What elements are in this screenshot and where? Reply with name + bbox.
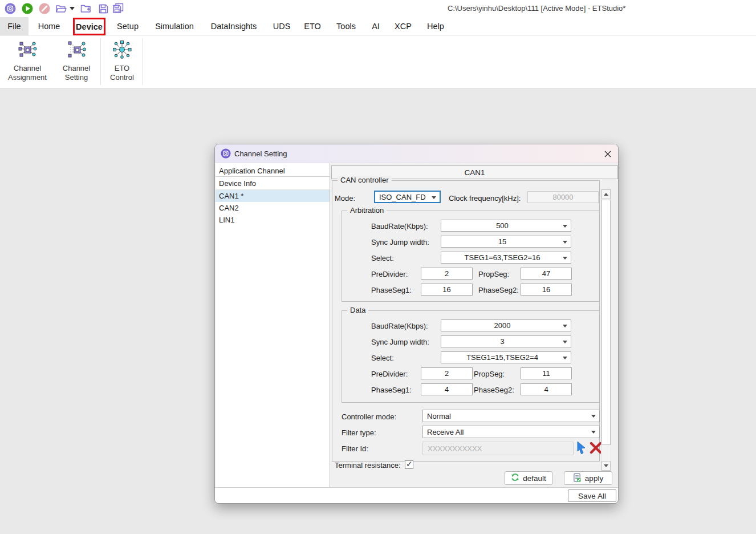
filter-id-field [422,442,574,455]
arb-sjw-dropdown[interactable]: 15 [441,236,571,248]
new-project-icon[interactable] [79,2,92,15]
menu-item-tools[interactable]: Tools [335,17,357,35]
clear-filter-icon[interactable] [590,442,602,456]
channel-assignment-label: ChannelAssignment [8,64,47,82]
apply-button[interactable]: apply [564,471,612,485]
quick-access-toolbar: C:\Users\yinhu\Desktop\111 [Active Mode]… [0,0,756,17]
channel-setting-button[interactable]: ChannelSetting [56,40,97,82]
data-predivider-field[interactable] [421,367,473,379]
menu-item-simulation[interactable]: Simulation [155,17,194,35]
refresh-icon [511,473,519,483]
terminal-resistance-label: Terminal resistance: [335,461,401,470]
chevron-down-icon [591,415,596,418]
save-all-icon[interactable] [112,2,125,15]
data-phaseseg2-field[interactable] [521,383,572,395]
chevron-down-icon [563,241,567,244]
close-icon[interactable] [602,148,613,160]
arb-select-label: Select: [371,254,394,262]
terminal-resistance-checkbox[interactable] [405,460,413,469]
data-predivider-label: PreDivider: [371,370,408,378]
apply-check-icon [573,473,582,484]
menu-item-eto[interactable]: ETO [303,17,322,35]
chevron-down-icon [563,325,567,327]
data-propseg-field[interactable] [521,367,572,379]
filter-type-dropdown[interactable]: Receive All [422,426,600,438]
list-item-lin1[interactable]: LIN1 [216,214,330,226]
arb-predivider-label: PreDivider: [371,270,408,278]
arb-phaseseg1-field[interactable] [421,284,473,296]
scroll-up-icon[interactable] [601,189,611,199]
app-logo-icon [4,2,17,15]
eto-control-label: ETOControl [110,64,134,82]
arb-phaseseg1-label: PhaseSeg1: [371,286,412,294]
data-sjw-label: Sync Jump width: [371,338,429,346]
filter-type-label: Filter type: [342,428,376,437]
controller-mode-dropdown[interactable]: Normal [422,410,600,422]
menu-item-uds[interactable]: UDS [272,17,291,35]
arb-sjw-label: Sync Jump width: [371,238,429,246]
channel-assignment-button[interactable]: ChannelAssignment [3,40,51,82]
eto-control-button[interactable]: ETOControl [105,40,139,82]
default-button[interactable]: default [505,471,552,485]
open-project-icon[interactable] [55,2,67,15]
data-select-label: Select: [371,354,394,362]
chevron-down-icon [563,357,567,359]
list-item-can1[interactable]: CAN1 * [216,190,330,202]
chevron-down-icon [563,341,567,343]
menu-item-xcp[interactable]: XCP [393,17,413,35]
mode-label: Mode: [335,194,355,203]
data-baudrate-dropdown[interactable]: 2000 [441,319,571,331]
channel-setting-icon [67,40,86,62]
menu-item-file[interactable]: File [0,17,29,35]
menu-item-setup[interactable]: Setup [115,17,141,35]
panel-scrollbar[interactable] [601,189,611,471]
stop-icon [38,2,51,15]
list-item-application-channel[interactable]: Application Channel [216,165,330,177]
arb-baudrate-dropdown[interactable]: 500 [441,220,571,232]
data-phaseseg1-field[interactable] [421,383,473,395]
dialog-titlebar[interactable]: Channel Setting [215,144,619,163]
cursor-pick-icon[interactable] [576,441,588,457]
mode-dropdown[interactable]: ISO_CAN_FD [374,191,441,203]
clock-frequency-label: Clock frequency[kHz]: [449,194,521,203]
data-select-dropdown[interactable]: TSEG1=15,TSEG2=4 [441,351,571,363]
menu-item-help[interactable]: Help [425,17,446,35]
ribbon: ChannelAssignment [0,36,756,89]
application-window: C:\Users\yinhu\Desktop\111 [Active Mode]… [0,0,756,534]
arb-phaseseg2-field[interactable] [521,284,572,296]
channel-setting-label: ChannelSetting [63,64,90,82]
chevron-down-icon [591,431,596,434]
save-all-button[interactable]: Save All [568,490,616,502]
chevron-down-icon [563,225,567,228]
menu-item-ai[interactable]: AI [370,17,381,35]
dialog-footer: Save All [215,487,619,504]
run-icon[interactable] [21,2,34,15]
channel-setting-dialog: Channel Setting Application Channel Devi… [214,144,619,504]
controller-mode-label: Controller mode: [342,412,396,421]
menu-item-datainsights[interactable]: DataInsights [212,17,256,35]
clock-frequency-field [527,191,599,203]
scrollbar-thumb[interactable] [601,200,611,445]
data-legend: Data [347,306,368,314]
list-item-device-info[interactable]: Device Info [216,177,330,189]
data-baudrate-label: BaudRate(Kbps): [371,322,428,330]
can-controller-legend: CAN controller [338,176,392,184]
arb-select-dropdown[interactable]: TSEG1=63,TSEG2=16 [441,252,571,264]
data-phaseseg1-label: PhaseSeg1: [371,386,412,394]
menu-bar: File Home Device Setup Simulation DataIn… [0,17,756,36]
arb-predivider-field[interactable] [421,268,473,280]
open-dropdown-icon[interactable] [68,2,75,15]
menu-item-device[interactable]: Device [76,18,103,36]
dialog-title: Channel Setting [234,149,287,158]
arb-propseg-field[interactable] [521,268,572,280]
data-sjw-dropdown[interactable]: 3 [441,335,571,347]
window-title: C:\Users\yinhu\Desktop\111 [Active Mode]… [448,4,625,13]
menu-item-home[interactable]: Home [36,17,62,35]
scroll-down-icon[interactable] [601,461,611,471]
list-item-can2[interactable]: CAN2 [216,202,330,214]
data-propseg-label: PropSeg: [474,370,505,378]
channel-list: Application Channel Device Info CAN1 * C… [216,163,330,487]
arb-phaseseg2-label: PhaseSeg2: [478,286,519,294]
save-icon[interactable] [97,2,109,15]
eto-control-icon [112,40,132,62]
